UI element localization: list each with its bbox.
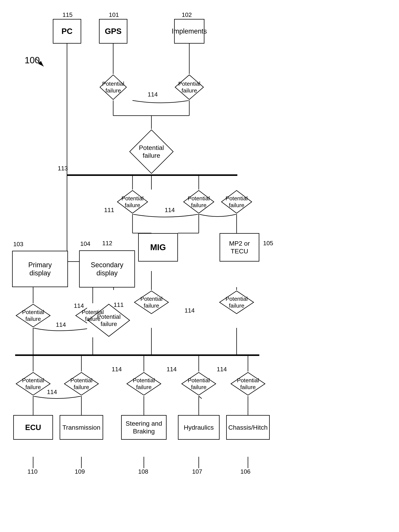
mig-label: MIG [150,242,166,253]
right-sub-failure-label: Potentialfailure [188,195,210,209]
ecu-failure-diamond: Potentialfailure [15,372,51,396]
ref-103: 103 [13,241,23,248]
ecu-label: ECU [25,423,41,432]
gps-label: GPS [105,26,122,36]
ref-114-mig-mp2: 114 [184,307,195,314]
implements-box: Implements [174,19,204,44]
ref-114-ecu-trans: 114 [47,388,57,396]
secondary-display-box: Secondarydisplay [79,250,135,287]
transmission-failure-label: Potentialfailure [70,377,92,391]
right-sub-failure-diamond: Potentialfailure [183,190,215,214]
lower-bus-line [15,355,259,356]
implements-failure-diamond: Potentialfailure [174,74,204,101]
pc-box: PC [53,19,81,44]
hydraulics-failure-diamond: Potentialfailure [181,372,217,396]
ref-109: 109 [75,468,85,475]
transmission-box: Transmission [60,415,103,440]
bus-failure-label: Potentialfailure [139,144,164,159]
ref-113: 113 [58,165,68,172]
mp2-failure-diamond: Potentialfailure [219,290,255,315]
upper-bus-line [67,174,237,176]
ref-108: 108 [138,468,148,475]
chassis-label: Chassis/Hitch [228,424,268,431]
ecu-failure-label: Potentialfailure [22,377,44,391]
gps-failure-label: Potentialfailure [102,80,124,94]
hydraulics-box: Hydraulics [178,415,220,440]
hydraulics-failure-label: Potentialfailure [188,377,210,391]
implements-failure-label: Potentialfailure [178,80,200,94]
ref-114-top: 114 [148,91,158,98]
ref-114-steering: 114 [112,366,122,373]
left-sub-failure-diamond: Potentialfailure [117,190,149,214]
ref-112: 112 [102,240,112,247]
ref-111-lower: 111 [114,301,124,308]
mp2-label: MP2 orTECU [229,240,250,255]
ref-107: 107 [192,468,202,475]
mig-failure-diamond: Potentialfailure [134,290,169,315]
svg-line-61 [36,59,43,66]
ref-106: 106 [240,468,250,475]
gps-failure-diamond: Potentialfailure [99,74,127,101]
mp2-top-failure-diamond: Potentialfailure [221,190,253,214]
steering-failure-diamond: Potentialfailure [126,372,162,396]
pc-label: PC [61,26,73,36]
primary-failure-label: Potentialfailure [22,309,44,322]
ref-114-hydraulics: 114 [166,366,177,373]
primary-display-label: Primarydisplay [28,261,52,277]
ref-114-prim-sec: 114 [56,321,66,328]
primary-display-box: Primarydisplay [12,251,68,287]
primary-failure-diamond: Potentialfailure [15,303,51,328]
mp2-top-failure-label: Potentialfailure [226,195,248,209]
ecu-box: ECU [13,415,53,440]
ref-114-mid: 114 [165,207,175,214]
steering-box: Steering andBraking [121,415,166,440]
transmission-label: Transmission [62,424,100,431]
ref-114-chassis: 114 [217,366,227,373]
steering-label: Steering andBraking [126,420,162,435]
mp2-box: MP2 orTECU [220,233,259,261]
ref-101: 101 [109,11,119,18]
middle-failure-label: Potentialfailure [97,313,121,328]
mig-box: MIG [138,233,178,261]
mp2-failure-label: Potentialfailure [226,296,248,309]
gps-box: GPS [99,19,127,44]
bus-failure-diamond: Potentialfailure [129,129,174,174]
transmission-failure-diamond: Potentialfailure [63,372,99,396]
left-sub-failure-label: Potentialfailure [122,195,144,209]
chassis-failure-label: Potentialfailure [237,377,259,391]
ref-100-arrow [25,55,47,70]
ref-114-mid2: 114 [74,302,84,309]
ref-115: 115 [62,11,73,18]
ref-105: 105 [263,240,273,247]
chassis-box: Chassis/Hitch [226,415,270,440]
hydraulics-label: Hydraulics [184,424,214,431]
ref-111-upper: 111 [104,207,114,214]
implements-label: Implements [172,27,207,35]
ref-104: 104 [80,240,90,247]
mig-failure-label: Potentialfailure [141,296,163,309]
steering-failure-label: Potentialfailure [133,377,155,391]
ref-110: 110 [27,468,37,475]
chassis-failure-diamond: Potentialfailure [230,372,266,396]
secondary-display-label: Secondarydisplay [91,261,123,277]
ref-102: 102 [182,11,192,18]
architecture-diagram: PC GPS Implements 115 101 102 100 Potent… [0,0,399,532]
